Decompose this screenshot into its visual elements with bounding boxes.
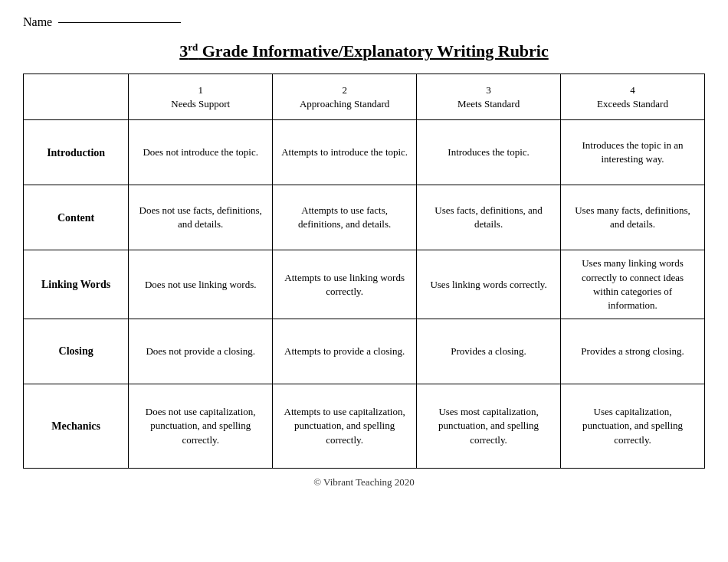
col-header-3: 3 Meets Standard: [417, 74, 561, 120]
cell-2-3: Uses many linking words correctly to con…: [561, 250, 705, 319]
row-category-label: Closing: [24, 319, 129, 384]
cell-2-2: Uses linking words correctly.: [417, 250, 561, 319]
name-section: Name: [23, 15, 705, 29]
table-row: Linking WordsDoes not use linking words.…: [24, 250, 705, 319]
table-row: IntroductionDoes not introduce the topic…: [24, 120, 705, 185]
cell-0-0: Does not introduce the topic.: [129, 120, 273, 185]
row-category-label: Mechanics: [24, 384, 129, 469]
cell-1-2: Uses facts, definitions, and details.: [417, 185, 561, 250]
cell-3-2: Provides a closing.: [417, 319, 561, 384]
cell-4-2: Uses most capitalization, punctuation, a…: [417, 384, 561, 469]
cell-3-0: Does not provide a closing.: [129, 319, 273, 384]
cell-4-3: Uses capitalization, punctuation, and sp…: [561, 384, 705, 469]
header-row: 1 Needs Support 2 Approaching Standard 3…: [24, 74, 705, 120]
col-header-2: 2 Approaching Standard: [273, 74, 417, 120]
table-row: MechanicsDoes not use capitalization, pu…: [24, 384, 705, 469]
cell-2-0: Does not use linking words.: [129, 250, 273, 319]
cell-0-1: Attempts to introduce the topic.: [273, 120, 417, 185]
cell-1-3: Uses many facts, definitions, and detail…: [561, 185, 705, 250]
name-label: Name: [23, 15, 52, 29]
cell-0-3: Introduces the topic in an interesting w…: [561, 120, 705, 185]
rubric-table: 1 Needs Support 2 Approaching Standard 3…: [23, 74, 705, 469]
row-category-label: Linking Words: [24, 250, 129, 319]
page-title: 3rd Grade Informative/Explanatory Writin…: [23, 41, 705, 61]
table-row: ClosingDoes not provide a closing.Attemp…: [24, 319, 705, 384]
cell-2-1: Attempts to use linking words correctly.: [273, 250, 417, 319]
category-header: [24, 74, 129, 120]
col-header-4: 4 Exceeds Standard: [561, 74, 705, 120]
cell-1-0: Does not use facts, definitions, and det…: [129, 185, 273, 250]
table-row: ContentDoes not use facts, definitions, …: [24, 185, 705, 250]
name-underline: [58, 22, 181, 23]
cell-3-3: Provides a strong closing.: [561, 319, 705, 384]
cell-4-1: Attempts to use capitalization, punctuat…: [273, 384, 417, 469]
cell-1-1: Attempts to use facts, definitions, and …: [273, 185, 417, 250]
footer: © Vibrant Teaching 2020: [23, 476, 705, 488]
col-header-1: 1 Needs Support: [129, 74, 273, 120]
row-category-label: Content: [24, 185, 129, 250]
row-category-label: Introduction: [24, 120, 129, 185]
cell-3-1: Attempts to provide a closing.: [273, 319, 417, 384]
cell-0-2: Introduces the topic.: [417, 120, 561, 185]
cell-4-0: Does not use capitalization, punctuation…: [129, 384, 273, 469]
